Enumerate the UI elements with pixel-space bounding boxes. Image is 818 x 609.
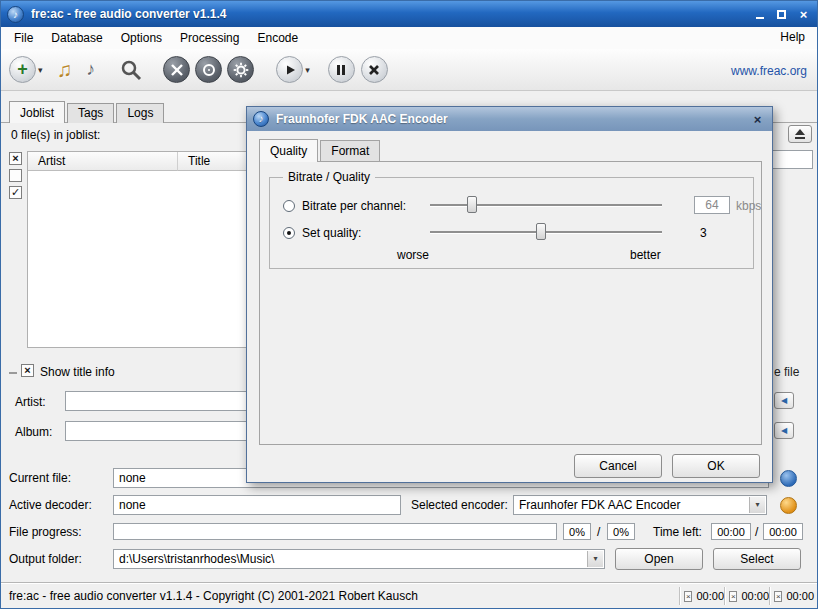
status-bar: fre:ac - free audio converter v1.1.4 - C… [1, 582, 817, 608]
stop-x-icon [366, 62, 382, 78]
dialog-close-button[interactable]: × [749, 111, 766, 127]
encoder-dropdown-icon[interactable]: ▾ [749, 497, 765, 513]
bitrate-label: Bitrate per channel: [302, 199, 406, 213]
quality-slider-thumb[interactable] [536, 223, 546, 240]
show-title-info-checkbox[interactable]: × [21, 364, 34, 377]
progress-percent-box-1: 0% [563, 523, 591, 540]
dialog-title-bar[interactable]: ♪ Fraunhofer FDK AAC Encoder × [247, 107, 772, 131]
current-file-label: Current file: [9, 471, 71, 485]
menu-options[interactable]: Options [112, 28, 171, 48]
bitrate-slider-thumb[interactable] [467, 196, 477, 213]
maximize-icon [777, 10, 786, 19]
time-left-box-1: 00:00 [711, 523, 751, 540]
disc-icon [202, 63, 216, 77]
playlist-icon[interactable]: ♪ [86, 59, 95, 80]
album-edit-button[interactable]: ◀ [774, 422, 794, 439]
title-bar[interactable]: ♪ fre:ac - free audio converter v1.1.4 × [1, 1, 817, 27]
maximize-button[interactable] [774, 7, 789, 22]
toolbar: + ▾ ♫ ♪ [1, 49, 817, 91]
minimize-icon [756, 17, 764, 19]
progress-percent-box-2: 0% [607, 523, 635, 540]
toggle-selection-checkbox[interactable]: ✓ [9, 186, 22, 199]
ok-button[interactable]: OK [672, 454, 760, 478]
set-quality-label: Set quality: [302, 226, 361, 240]
eject-icon [795, 129, 805, 139]
tab-logs[interactable]: Logs [116, 103, 164, 123]
output-folder-dropdown-icon[interactable]: ▾ [587, 551, 603, 567]
splitter-handle[interactable] [9, 372, 17, 374]
cancel-button[interactable]: Cancel [574, 454, 662, 478]
menu-encode[interactable]: Encode [248, 28, 307, 48]
minimize-button[interactable] [752, 7, 767, 22]
dialog-tab-quality[interactable]: Quality [259, 139, 318, 162]
show-title-info-label[interactable]: Show title info [40, 365, 115, 379]
close-button[interactable]: × [796, 7, 811, 22]
start-conversion-dropdown-icon[interactable]: ▾ [305, 65, 310, 75]
info-icon[interactable] [780, 470, 797, 487]
cd-drive-combo-partial[interactable] [771, 150, 813, 169]
bitrate-radio[interactable] [283, 200, 295, 212]
output-folder-value: d:\Users\tristanrhodes\Music\ [119, 552, 274, 566]
status-time-icon: × [684, 591, 692, 602]
audio-file-icon[interactable]: ♫ [57, 58, 73, 82]
select-folder-button[interactable]: Select [713, 548, 801, 570]
stop-conversion-button[interactable] [361, 56, 388, 83]
selected-encoder-label: Selected encoder: [411, 498, 508, 512]
menu-bar: File Database Options Processing Encode … [1, 27, 817, 49]
bitrate-slider-track [430, 204, 662, 206]
tools-button[interactable] [163, 56, 190, 83]
bitrate-unit-label: kbps [736, 199, 761, 213]
eject-cd-button[interactable] [788, 125, 812, 143]
selected-encoder-combo[interactable]: Fraunhofer FDK AAC Encoder ▾ [513, 495, 767, 515]
dialog-logo-icon: ♪ [253, 111, 269, 127]
encoder-config-dialog: ♪ Fraunhofer FDK AAC Encoder × Quality F… [246, 106, 773, 483]
dialog-tab-format[interactable]: Format [320, 140, 380, 161]
tab-tags[interactable]: Tags [67, 103, 114, 123]
settings-button[interactable] [227, 56, 254, 83]
set-quality-radio[interactable] [283, 227, 295, 239]
start-conversion-button[interactable] [276, 56, 303, 83]
status-time-value: 00:00 [741, 590, 769, 602]
dialog-tabs: Quality Format [259, 139, 382, 162]
status-time-cell: × 00:00 [769, 587, 814, 605]
bitrate-quality-group-label: Bitrate / Quality [283, 170, 375, 184]
quality-slider[interactable] [430, 222, 662, 242]
open-folder-button[interactable]: Open [615, 548, 703, 570]
truncated-right-label: e file [774, 365, 799, 379]
bitrate-value-box[interactable]: 64 [694, 196, 730, 214]
search-icon [119, 58, 143, 82]
play-icon [281, 61, 299, 79]
tab-joblist[interactable]: Joblist [9, 101, 65, 123]
menu-database[interactable]: Database [42, 28, 111, 48]
freac-website-link[interactable]: www.freac.org [731, 64, 807, 78]
status-time-icon: × [774, 591, 782, 602]
column-header-artist[interactable]: Artist [28, 152, 178, 171]
selected-encoder-value: Fraunhofer FDK AAC Encoder [519, 498, 680, 512]
better-label: better [630, 248, 661, 262]
select-all-checkbox[interactable]: × [9, 152, 22, 165]
gear-icon [233, 62, 249, 78]
file-progress-bar [113, 523, 557, 540]
main-tabs: Joblist Tags Logs [9, 101, 166, 123]
time-slash: / [755, 525, 758, 539]
configure-encoder-icon[interactable] [780, 497, 797, 514]
pause-conversion-button[interactable] [328, 56, 355, 83]
menu-file[interactable]: File [5, 28, 42, 48]
cddb-button[interactable] [195, 56, 222, 83]
search-cd-button[interactable] [119, 58, 143, 82]
artist-edit-button[interactable]: ◀ [774, 392, 794, 409]
output-folder-label: Output folder: [9, 552, 82, 566]
select-none-checkbox[interactable] [9, 169, 22, 182]
time-left-label: Time left: [653, 525, 702, 539]
window-title: fre:ac - free audio converter v1.1.4 [31, 7, 752, 21]
menu-help[interactable]: Help [776, 30, 809, 44]
freac-main-window: ♪ fre:ac - free audio converter v1.1.4 ×… [0, 0, 818, 609]
status-time-icon: × [729, 591, 737, 602]
add-files-button[interactable]: + [9, 56, 36, 83]
worse-label: worse [397, 248, 429, 262]
bitrate-slider[interactable] [430, 195, 662, 215]
add-files-dropdown-icon[interactable]: ▾ [38, 65, 43, 75]
time-left-box-2: 00:00 [763, 523, 803, 540]
menu-processing[interactable]: Processing [171, 28, 248, 48]
output-folder-combo[interactable]: d:\Users\tristanrhodes\Music\ ▾ [113, 549, 605, 569]
